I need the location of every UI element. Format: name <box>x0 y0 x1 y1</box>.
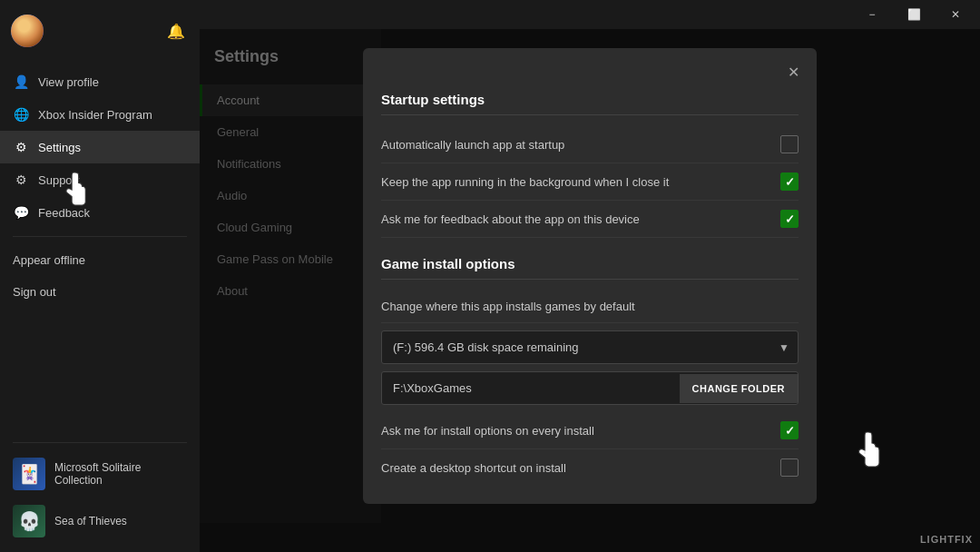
desktop-shortcut-label: Create a desktop shortcut on install <box>381 461 780 475</box>
globe-icon: 🌐 <box>13 107 29 122</box>
change-folder-button[interactable]: CHANGE FOLDER <box>680 374 798 403</box>
sidebar-item-view-profile[interactable]: 👤 View profile <box>0 65 200 98</box>
sidebar-item-xbox-insider[interactable]: 🌐 Xbox Insider Program <box>0 98 200 131</box>
ask-install-checkbox[interactable] <box>780 421 799 439</box>
sidebar-item-support[interactable]: ⚙ Support <box>0 163 200 196</box>
desktop-shortcut-checkbox[interactable] <box>780 458 799 477</box>
settings-dialog: ✕ Startup settings Automatically launch … <box>363 48 817 504</box>
ask-feedback-checkbox[interactable] <box>780 210 799 228</box>
startup-section-title: Startup settings <box>381 92 799 115</box>
folder-row: F:\XboxGames CHANGE FOLDER <box>381 371 799 405</box>
desktop-shortcut-row: Create a desktop shortcut on install <box>381 449 799 486</box>
sidebar-item-label: Support <box>38 173 80 187</box>
modal-backdrop: ✕ Startup settings Automatically launch … <box>200 0 980 552</box>
game-install-section-title: Game install options <box>381 256 799 280</box>
dialog-content: Startup settings Automatically launch ap… <box>363 92 817 504</box>
chevron-down-icon: ▼ <box>779 341 789 354</box>
change-where-row: Change where this app installs games by … <box>381 291 799 323</box>
feedback-icon: 💬 <box>13 205 29 220</box>
sidebar-item-feedback[interactable]: 💬 Feedback <box>0 196 200 229</box>
sidebar-item-label: Feedback <box>38 206 90 220</box>
watermark: LIGHTFIX <box>920 534 973 545</box>
keep-running-row: Keep the app running in the background w… <box>381 163 799 201</box>
drive-dropdown-container: (F:) 596.4 GB disk space remaining ▼ <box>381 330 799 364</box>
sidebar-item-settings[interactable]: ⚙ Settings <box>0 131 200 163</box>
game-name: Sea of Thieves <box>54 515 127 527</box>
sidebar: 🔔 👤 View profile 🌐 Xbox Insider Program … <box>0 0 200 552</box>
appear-offline[interactable]: Appear offline <box>0 244 200 276</box>
sign-out[interactable]: Sign out <box>0 276 200 308</box>
sidebar-item-label: Xbox Insider Program <box>38 108 152 122</box>
thieves-icon: 💀 <box>13 505 45 537</box>
sidebar-header: 🔔 <box>0 0 200 62</box>
dialog-close-button[interactable]: ✕ <box>780 59 806 84</box>
avatar[interactable] <box>11 15 44 47</box>
close-window-button[interactable]: ✕ <box>935 0 976 29</box>
game-name: Microsoft Solitaire Collection <box>54 461 141 487</box>
avatar-container <box>11 15 44 47</box>
auto-launch-checkbox[interactable] <box>780 135 799 153</box>
ask-feedback-label: Ask me for feedback about the app on thi… <box>381 212 780 226</box>
keep-running-label: Keep the app running in the background w… <box>381 175 780 189</box>
divider <box>13 442 187 443</box>
change-where-label: Change where this app installs games by … <box>381 300 799 313</box>
dialog-header: ✕ <box>363 48 817 92</box>
sidebar-item-label: View profile <box>38 75 99 89</box>
solitaire-icon: 🃏 <box>13 458 45 490</box>
keep-running-checkbox[interactable] <box>780 172 799 191</box>
notification-button[interactable]: 🔔 <box>163 18 189 44</box>
ask-install-row: Ask me for install options on every inst… <box>381 412 799 449</box>
sidebar-item-microsoft-solitaire[interactable]: 🃏 Microsoft Solitaire Collection <box>0 450 200 498</box>
sidebar-games: 🃏 Microsoft Solitaire Collection 💀 Sea o… <box>0 428 200 552</box>
ask-feedback-row: Ask me for feedback about the app on thi… <box>381 201 799 238</box>
ask-install-label: Ask me for install options on every inst… <box>381 424 780 438</box>
auto-launch-row: Automatically launch app at startup <box>381 126 799 163</box>
sidebar-item-label: Settings <box>38 141 81 154</box>
maximize-button[interactable]: ⬜ <box>893 0 935 29</box>
sidebar-item-sea-of-thieves[interactable]: 💀 Sea of Thieves <box>0 498 200 545</box>
folder-path: F:\XboxGames <box>382 372 680 404</box>
divider <box>13 236 187 237</box>
person-icon: 👤 <box>13 74 29 89</box>
support-icon: ⚙ <box>13 172 29 187</box>
cursor-hand <box>848 430 885 470</box>
drive-dropdown[interactable]: (F:) 596.4 GB disk space remaining <box>381 330 799 364</box>
sidebar-nav: 👤 View profile 🌐 Xbox Insider Program ⚙ … <box>0 62 200 428</box>
game-install-section: Game install options Change where this a… <box>381 256 799 486</box>
titlebar: − ⬜ ✕ <box>200 0 980 29</box>
auto-launch-label: Automatically launch app at startup <box>381 138 780 152</box>
minimize-button[interactable]: − <box>851 0 893 29</box>
gear-icon: ⚙ <box>13 140 29 154</box>
